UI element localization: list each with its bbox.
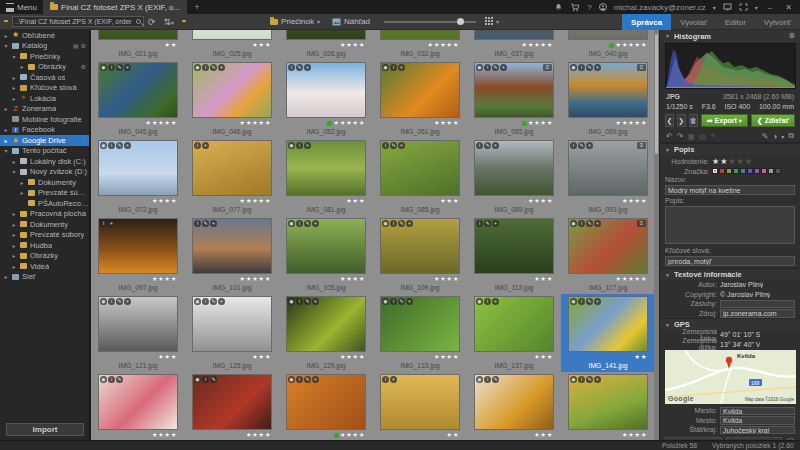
next-photo-button[interactable]: ❯ — [677, 114, 686, 127]
star-rating[interactable]: ★★★ — [440, 197, 459, 205]
share-button[interactable]: ❮ Zdieľať — [751, 114, 795, 127]
rating-row[interactable]: ★★★★ — [380, 352, 460, 362]
star-rating[interactable]: ★★★★ — [528, 197, 553, 205]
photo-preview[interactable]: ◉i✎⌖ — [568, 296, 648, 352]
sidebar-item-k-ov-slov[interactable]: ▸Kľúčové slová — [0, 83, 89, 94]
photo-preview[interactable] — [286, 30, 366, 40]
star-rating[interactable]: ★★★★★ — [333, 119, 365, 127]
photo-preview[interactable]: i⌖ — [192, 140, 272, 196]
export-button[interactable]: ➦ Export ▾ — [701, 114, 748, 127]
keywords-input[interactable] — [665, 256, 795, 266]
slider-handle[interactable] — [457, 18, 464, 25]
star-rating[interactable]: ★★★★★ — [239, 197, 271, 205]
thumbnail-img-069-jpg[interactable]: ◉i✎⌖≡★★★★★IMG_069.jpg — [561, 60, 654, 138]
star-rating[interactable]: ★★★ — [534, 431, 553, 439]
star-rating[interactable]: ★★ — [634, 353, 647, 361]
rating-row[interactable]: ★★★ — [380, 196, 460, 206]
rating-row[interactable]: ★★★★★ — [568, 40, 648, 50]
quick-edit-icon[interactable]: ✎ — [762, 132, 769, 141]
document-tab[interactable]: Final CZ fotoset ZPS X (EXIF, o... — [43, 0, 187, 14]
color-swatch[interactable] — [726, 168, 732, 174]
gear-icon[interactable]: ⚙ — [789, 32, 795, 40]
thumbnail-img-109-jpg[interactable]: ◉i✎⌖★★★★IMG_109.jpg — [373, 216, 467, 294]
trailing-icons[interactable]: ⚙ — [81, 63, 89, 70]
sidebar-item-p-autorecover[interactable]: PŠAutoRecover — [0, 198, 89, 209]
rating-row[interactable]: ★★★★ — [474, 118, 554, 128]
photo-preview[interactable]: i✎⌖ — [192, 218, 272, 274]
photo-preview[interactable]: ◉i✎⌖ — [98, 296, 178, 352]
photo-preview[interactable] — [98, 30, 178, 40]
photo-preview[interactable]: i✎⌖ — [474, 218, 554, 274]
stack-menu-icon[interactable]: ≡ — [637, 220, 646, 227]
star-rating[interactable]: ★★★★ — [340, 353, 365, 361]
thumbnail-img-021-jpg[interactable]: ★★IMG_021.jpg — [91, 30, 185, 60]
sidebar-item-katal-g[interactable]: ▾Katalóg▤⚙ — [0, 41, 89, 52]
rating-stars[interactable]: ★★★★★ — [712, 157, 753, 166]
rating-row[interactable]: ★★★★★ — [98, 118, 178, 128]
thumbnail-img-105-jpg[interactable]: ◉i✎⌖★★★★IMG_105.jpg — [279, 216, 373, 294]
photo-preview[interactable]: i✎⌖ — [286, 62, 366, 118]
description-textarea[interactable] — [665, 206, 795, 244]
photo-preview[interactable]: ◉i✎ — [192, 374, 272, 430]
thumbnail-img-093-jpg[interactable]: i✎⌖≡★★★★IMG_093.jpg — [561, 138, 654, 216]
photo-preview[interactable]: ◉i✎⌖ — [98, 62, 178, 118]
star-rating[interactable]: ★★ — [164, 41, 177, 49]
thumbnail-img-129-jpg[interactable]: ◉i✎⌖★★★★IMG_129.jpg — [279, 294, 373, 372]
collapsed-arrow-icon[interactable]: ▸ — [11, 263, 17, 270]
rating-row[interactable]: ★★★★ — [192, 430, 272, 440]
import-button[interactable]: Import — [6, 423, 84, 436]
thumbnail-img-089-jpg[interactable]: i✎⌖★★★★IMG_089.jpg — [467, 138, 561, 216]
star-rating[interactable]: ★★★★★ — [615, 275, 647, 283]
textinfo-section-header[interactable]: ▼ Textové informácie — [660, 268, 800, 280]
sidebar-item-hudba[interactable]: ▸Hudba — [0, 240, 89, 251]
photo-preview[interactable]: ◉i✎⌖≡ — [568, 218, 648, 274]
sidebar-item-lok-lny-disk-c[interactable]: ▸Lokálny disk (C:) — [0, 156, 89, 167]
star-rating[interactable]: ★★★★★ — [427, 41, 459, 49]
rating-row[interactable]: ★★★★ — [568, 196, 648, 206]
star-rating[interactable]: ★★★★★ — [239, 119, 271, 127]
sidebar-item-tento-po-ta[interactable]: ▾Tento počítač — [0, 146, 89, 157]
sidebar-item-prevzat-s-bory[interactable]: ▸Prevzaté súbory — [0, 230, 89, 241]
rating-row[interactable]: ★★★★★ — [192, 118, 272, 128]
photo-preview[interactable]: ◉i✎ — [98, 374, 178, 430]
star-rating[interactable]: ★★★★ — [622, 197, 647, 205]
thumbnail-view-icon[interactable] — [484, 17, 493, 26]
adjust-chevron-icon[interactable]: ▾ — [781, 133, 784, 140]
rating-row[interactable]: ★★★★★ — [192, 274, 272, 284]
folder-view-button[interactable]: Priečinok ▾ — [264, 14, 326, 30]
rating-row[interactable]: ★★ — [380, 430, 460, 440]
rating-row[interactable]: ★★★ — [192, 352, 272, 362]
star-rating[interactable]: ★★★★ — [246, 431, 271, 439]
field-value[interactable]: Juhočeský kraj — [720, 426, 795, 435]
star-rating[interactable]: ★★★★★ — [615, 119, 647, 127]
field-value[interactable]: Kvilda — [720, 416, 795, 425]
rating-row[interactable]: ★★★ — [98, 352, 178, 362]
photo-preview[interactable]: i✎⌖ — [474, 140, 554, 196]
photo-preview[interactable]: ◉i✎⌖ — [98, 140, 178, 196]
sidebar-item-asov-os[interactable]: ▸Časová os — [0, 72, 89, 83]
stack-menu-icon[interactable]: ≡ — [637, 64, 646, 71]
histogram-section-header[interactable]: ▼ Histogram ⚙ — [660, 30, 800, 42]
user-menu-chevron-icon[interactable]: ▾ — [713, 4, 716, 11]
color-swatch[interactable] — [768, 168, 774, 174]
tab-vyvolat[interactable]: Vyvolať — [671, 14, 716, 30]
rating-row[interactable]: ★★★★★ — [474, 40, 554, 50]
gps-map[interactable]: Kvilda 169 Google Map data ©2016 Google — [665, 350, 796, 404]
sidebar-item-mobiln-fotografie[interactable]: Mobilné fotografie — [0, 114, 89, 125]
rating-row[interactable]: ★★★ — [474, 352, 554, 362]
sidebar-item-dokumenty[interactable]: ▸Dokumenty — [0, 219, 89, 230]
field-value[interactable]: Kvilda — [720, 407, 795, 416]
sidebar-item-pracovn-plocha[interactable]: ▸Pracovná plocha — [0, 209, 89, 220]
star-rating[interactable]: ★★★★★ — [521, 41, 553, 49]
fullscreen-chevron-icon[interactable]: ▾ — [755, 4, 758, 11]
thumbnail-img-165-jpg[interactable]: ◉i✎⌖★★★★IMG_165.jpg — [561, 372, 654, 440]
collapsed-arrow-icon[interactable]: ▸ — [11, 84, 17, 91]
tab-vytvorit[interactable]: Vytvoriť — [755, 14, 800, 30]
star-rating[interactable]: ★★ — [446, 431, 459, 439]
rating-row[interactable]: ★★★ — [474, 430, 554, 440]
rating-row[interactable]: ★★★ — [192, 40, 272, 50]
star-rating[interactable]: ★★★ — [158, 353, 177, 361]
photo-preview[interactable]: ◉i✎ — [474, 374, 554, 430]
scrollbar-thumb[interactable] — [655, 34, 658, 154]
photo-preview[interactable]: ◉i⌖ — [286, 140, 366, 196]
